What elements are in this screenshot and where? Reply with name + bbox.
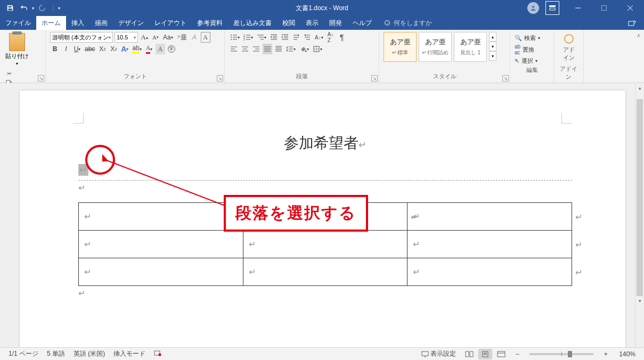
collapse-ribbon-icon[interactable]: ⋏ — [633, 30, 644, 83]
phonetic-guide-icon[interactable]: ア亜 — [176, 32, 188, 43]
clipboard-launcher[interactable]: ↘ — [38, 75, 44, 81]
table-cell[interactable]: ↵ — [79, 203, 243, 231]
tell-me-search[interactable]: 何をしますか — [377, 16, 432, 30]
shading-icon[interactable]: ▾ — [298, 44, 310, 54]
selected-paragraph[interactable]: ↵ — [78, 164, 88, 176]
distribute-icon[interactable] — [274, 44, 283, 54]
strikethrough-button[interactable]: abc — [84, 44, 96, 54]
tab-insert[interactable]: 挿入 — [66, 16, 89, 30]
justify-icon[interactable] — [263, 44, 272, 54]
select-button[interactable]: ↖選択 ▾ — [515, 57, 549, 65]
font-name-combo[interactable]: 游明朝 (本文のフォン▾ — [50, 32, 113, 43]
sort-icon[interactable]: A↓Z — [326, 32, 336, 43]
scroll-down-icon[interactable]: ▾ — [635, 296, 644, 305]
table-cell[interactable]: ↵↵ — [407, 258, 572, 286]
asian-layout-icon[interactable]: A↓▾ — [314, 32, 324, 43]
save-icon[interactable] — [4, 2, 16, 14]
style-heading1[interactable]: あア亜見出し 1 — [454, 32, 487, 62]
tab-developer[interactable]: 開発 — [324, 16, 347, 30]
macro-record-icon[interactable] — [150, 349, 166, 358]
align-right-icon[interactable] — [251, 44, 261, 54]
underline-button[interactable]: U▾ — [72, 44, 82, 54]
tab-home[interactable]: ホーム — [36, 16, 66, 30]
table-cell[interactable]: ↵↵ — [407, 231, 572, 258]
decrease-indent-icon[interactable] — [269, 32, 279, 43]
tab-layout[interactable]: レイアウト — [149, 16, 192, 30]
ltr-icon[interactable] — [291, 32, 301, 43]
char-shading-icon[interactable]: A — [156, 44, 165, 54]
minimize-button[interactable] — [566, 0, 590, 16]
table-cell[interactable]: ↵↵ — [407, 203, 572, 231]
enclosed-char-icon[interactable]: 字 — [167, 44, 176, 54]
font-size-combo[interactable]: 10.5▾ — [115, 32, 138, 43]
zoom-out-button[interactable]: − — [510, 349, 524, 359]
italic-button[interactable]: I — [61, 44, 71, 54]
scroll-up-icon[interactable]: ▴ — [635, 83, 644, 92]
tab-design[interactable]: デザイン — [113, 16, 149, 30]
maximize-button[interactable] — [592, 0, 616, 16]
tab-mailings[interactable]: 差し込み文書 — [228, 16, 277, 30]
clear-format-icon[interactable]: A — [190, 32, 199, 43]
share-icon[interactable] — [621, 16, 644, 30]
replace-button[interactable]: abac置換 — [515, 44, 549, 55]
text-effects-icon[interactable]: A▾ — [120, 44, 129, 54]
tab-references[interactable]: 参考資料 — [192, 16, 228, 30]
superscript-button[interactable]: X2 — [109, 44, 118, 54]
style-nospace[interactable]: あア亜↵ 行間詰め — [419, 32, 452, 62]
bold-button[interactable]: B — [50, 44, 60, 54]
table-cell[interactable]: ↵ — [243, 231, 407, 258]
numbering-icon[interactable]: 123▾ — [242, 32, 254, 43]
multilevel-icon[interactable]: ▾ — [256, 32, 267, 43]
print-layout-icon[interactable] — [478, 349, 492, 359]
zoom-thumb[interactable] — [568, 351, 572, 357]
change-case-icon[interactable]: Aa▾ — [162, 32, 174, 43]
status-words[interactable]: 5 単語 — [43, 349, 69, 358]
style-normal[interactable]: あア亜↵ 標準 — [384, 32, 417, 62]
grow-font-icon[interactable]: A▴ — [140, 32, 149, 43]
align-center-icon[interactable] — [240, 44, 250, 54]
font-launcher[interactable]: ↘ — [217, 75, 223, 81]
enclose-char-icon[interactable]: A — [201, 32, 210, 43]
vertical-scrollbar[interactable]: ▴ ▾ — [635, 83, 644, 347]
style-expand[interactable]: ▾ — [489, 51, 496, 61]
subscript-button[interactable]: X2 — [97, 44, 107, 54]
status-page[interactable]: 1/1 ページ — [4, 349, 43, 358]
tab-help[interactable]: ヘルプ — [347, 16, 377, 30]
style-scroll-down[interactable]: ▾ — [489, 42, 496, 51]
increase-indent-icon[interactable] — [280, 32, 290, 43]
show-marks-icon[interactable]: ¶ — [337, 32, 347, 43]
table-cell[interactable]: ↵ — [79, 231, 243, 258]
highlight-icon[interactable]: ab▾ — [131, 44, 142, 54]
find-button[interactable]: 🔍検索 ▾ — [515, 34, 549, 42]
zoom-in-button[interactable]: + — [599, 349, 613, 359]
shrink-font-icon[interactable]: A▾ — [151, 32, 160, 43]
redo-icon[interactable] — [36, 2, 48, 14]
display-settings[interactable]: 表示設定 — [417, 349, 460, 358]
borders-icon[interactable]: ▾ — [312, 44, 323, 54]
tab-file[interactable]: ファイル — [0, 16, 36, 30]
web-layout-icon[interactable] — [494, 349, 508, 359]
table-cell[interactable]: ↵ — [79, 258, 243, 286]
align-left-icon[interactable] — [229, 44, 239, 54]
tab-review[interactable]: 校閲 — [277, 16, 300, 30]
close-button[interactable] — [618, 0, 642, 16]
status-insert-mode[interactable]: 挿入モード — [109, 349, 150, 358]
paragraph-launcher[interactable]: ↘ — [371, 75, 378, 81]
zoom-level[interactable]: 140% — [615, 350, 640, 358]
rtl-icon[interactable] — [303, 32, 312, 43]
font-color-icon[interactable]: A▾ — [144, 44, 154, 54]
paste-button[interactable]: 貼り付け ▾ — [4, 32, 30, 67]
read-mode-icon[interactable] — [462, 349, 476, 359]
tab-draw[interactable]: 描画 — [89, 16, 113, 30]
zoom-slider[interactable] — [529, 353, 593, 355]
line-spacing-icon[interactable]: ▾ — [285, 44, 297, 54]
scroll-thumb[interactable] — [637, 99, 643, 296]
styles-launcher[interactable]: ↘ — [502, 75, 509, 81]
tab-view[interactable]: 表示 — [300, 16, 324, 30]
ribbon-display-icon[interactable] — [545, 1, 559, 15]
status-language[interactable]: 英語 (米国) — [69, 349, 109, 358]
table-cell[interactable]: ↵ — [243, 258, 407, 286]
cut-icon[interactable]: ✂ — [4, 69, 14, 78]
style-scroll-up[interactable]: ▴ — [489, 32, 496, 42]
bullets-icon[interactable]: ▾ — [229, 32, 241, 43]
